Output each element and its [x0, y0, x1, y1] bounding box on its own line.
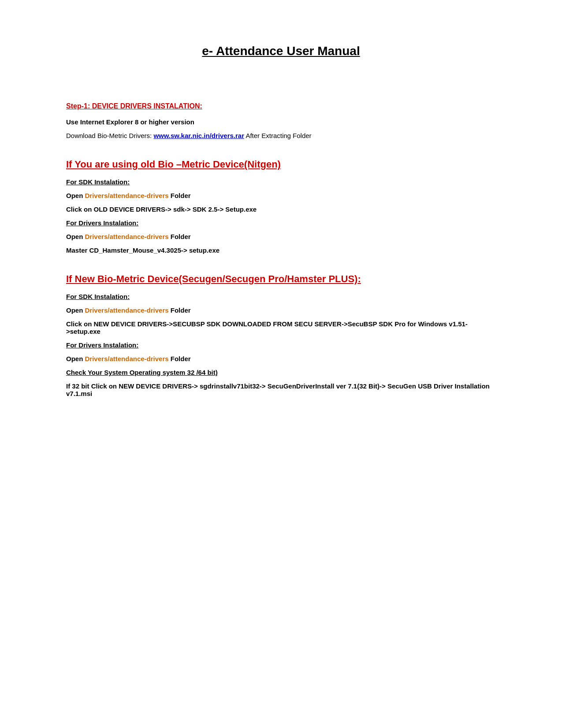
new-sdk-path: Drivers/attendance-drivers [85, 306, 169, 314]
new-drivers-label: For Drivers Instalation: [66, 341, 496, 349]
new-drivers-open-folder: Open Drivers/attendance-drivers Folder [66, 355, 496, 362]
old-drivers-master: Master CD_Hamster_Mouse_v4.3025-> setup.… [66, 246, 496, 254]
new-sdk-open-folder: Open Drivers/attendance-drivers Folder [66, 306, 496, 314]
old-drivers-label: For Drivers Instalation: [66, 219, 496, 227]
old-sdk-path: Drivers/attendance-drivers [85, 192, 169, 199]
check-system: Check Your System Operating system 32 /6… [66, 369, 496, 376]
old-sdk-open-folder: Open Drivers/attendance-drivers Folder [66, 192, 496, 199]
new-sdk-click: Click on NEW DEVICE DRIVERS->SECUBSP SDK… [66, 320, 496, 335]
page-title: e- Attendance User Manual [66, 44, 496, 58]
old-sdk-click: Click on OLD DEVICE DRIVERS-> sdk-> SDK … [66, 205, 496, 213]
old-device-heading: If You are using old Bio –Metric Device(… [66, 159, 496, 170]
step1-heading: Step-1: DEVICE DRIVERS INSTALATION: [66, 102, 496, 110]
download-link[interactable]: www.sw.kar.nic.in/drivers.rar [153, 132, 244, 139]
if32bit: If 32 bit Click on NEW DEVICE DRIVERS-> … [66, 382, 496, 397]
new-sdk-label: For SDK Instalation: [66, 293, 496, 300]
old-drivers-path: Drivers/attendance-drivers [85, 233, 169, 240]
old-sdk-label: For SDK Instalation: [66, 178, 496, 186]
ie-instruction: Use Internet Explorer 8 or higher versio… [66, 118, 496, 126]
new-drivers-path: Drivers/attendance-drivers [85, 355, 169, 362]
new-device-heading: If New Bio-Metric Device(Secugen/Secugen… [66, 273, 496, 285]
page-container: e- Attendance User Manual Step-1: DEVICE… [0, 0, 562, 728]
old-drivers-open-folder: Open Drivers/attendance-drivers Folder [66, 233, 496, 240]
download-text: Download Bio-Metric Drivers: www.sw.kar.… [66, 132, 496, 139]
